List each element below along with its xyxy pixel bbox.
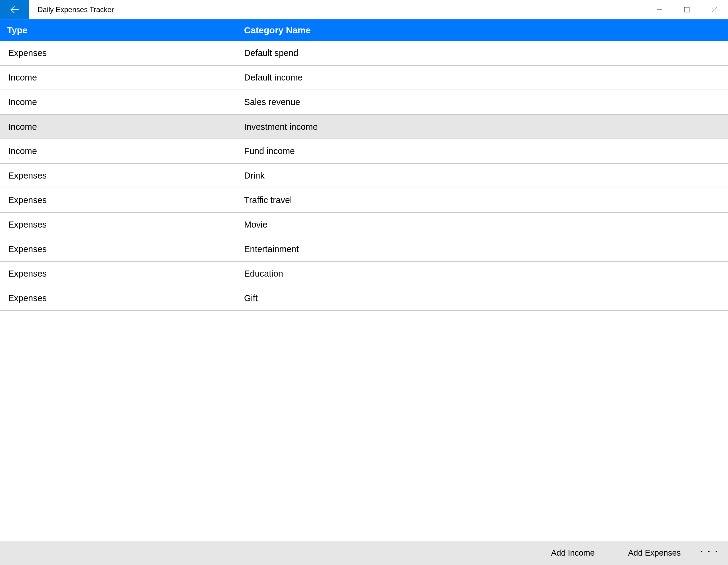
add-expenses-button[interactable]: Add Expenses — [611, 548, 697, 558]
cell-type: Expenses — [7, 293, 244, 303]
table-row[interactable]: ExpensesGift — [0, 286, 728, 311]
cell-name: Gift — [244, 293, 721, 303]
cell-name: Entertainment — [244, 244, 721, 254]
table-row[interactable]: ExpensesEntertainment — [0, 237, 728, 262]
cell-type: Expenses — [7, 48, 244, 58]
maximize-button[interactable] — [673, 0, 700, 19]
table-row[interactable]: ExpensesDrink — [0, 164, 728, 188]
window-title: Daily Expenses Tracker — [29, 0, 646, 19]
table-row[interactable]: IncomeDefault income — [0, 66, 728, 90]
cell-name: Traffic travel — [244, 195, 721, 205]
table-row[interactable]: ExpensesDefault spend — [0, 41, 728, 66]
cell-name: Education — [244, 269, 721, 279]
back-arrow-icon — [10, 5, 20, 15]
header-name: Category Name — [244, 25, 728, 35]
cell-type: Income — [7, 146, 244, 156]
cell-name: Investment income — [244, 122, 721, 132]
header-type: Type — [0, 25, 244, 35]
titlebar: Daily Expenses Tracker — [0, 0, 728, 19]
table-row[interactable]: ExpensesTraffic travel — [0, 188, 728, 213]
svg-rect-2 — [684, 7, 689, 12]
add-income-button[interactable]: Add Income — [534, 548, 611, 558]
bottom-bar: Add Income Add Expenses · · · — [0, 541, 728, 565]
cell-type: Expenses — [7, 269, 244, 279]
minimize-button[interactable] — [646, 0, 673, 19]
cell-name: Default spend — [244, 48, 721, 58]
table-row[interactable]: IncomeFund income — [0, 139, 728, 164]
close-icon — [711, 7, 717, 13]
back-button[interactable] — [0, 0, 29, 19]
cell-type: Income — [7, 122, 244, 132]
cell-type: Income — [7, 97, 244, 107]
more-icon: · · · — [700, 547, 719, 557]
cell-type: Expenses — [7, 195, 244, 205]
table-row[interactable]: ExpensesMovie — [0, 213, 728, 237]
more-button[interactable]: · · · — [697, 547, 722, 560]
cell-type: Expenses — [7, 171, 244, 181]
maximize-icon — [684, 7, 690, 13]
cell-name: Drink — [244, 171, 721, 181]
cell-type: Expenses — [7, 244, 244, 254]
cell-name: Default income — [244, 73, 721, 83]
cell-type: Income — [7, 73, 244, 83]
window-controls — [646, 0, 728, 19]
close-button[interactable] — [700, 0, 728, 19]
cell-name: Movie — [244, 220, 721, 230]
cell-name: Sales revenue — [244, 97, 721, 107]
cell-name: Fund income — [244, 146, 721, 156]
table-row[interactable]: IncomeInvestment income — [0, 115, 728, 139]
table-row[interactable]: IncomeSales revenue — [0, 90, 728, 115]
table-row[interactable]: ExpensesEducation — [0, 262, 728, 286]
table-header: Type Category Name — [0, 19, 728, 41]
table-body: ExpensesDefault spendIncomeDefault incom… — [0, 41, 728, 311]
cell-type: Expenses — [7, 220, 244, 230]
minimize-icon — [657, 7, 663, 13]
